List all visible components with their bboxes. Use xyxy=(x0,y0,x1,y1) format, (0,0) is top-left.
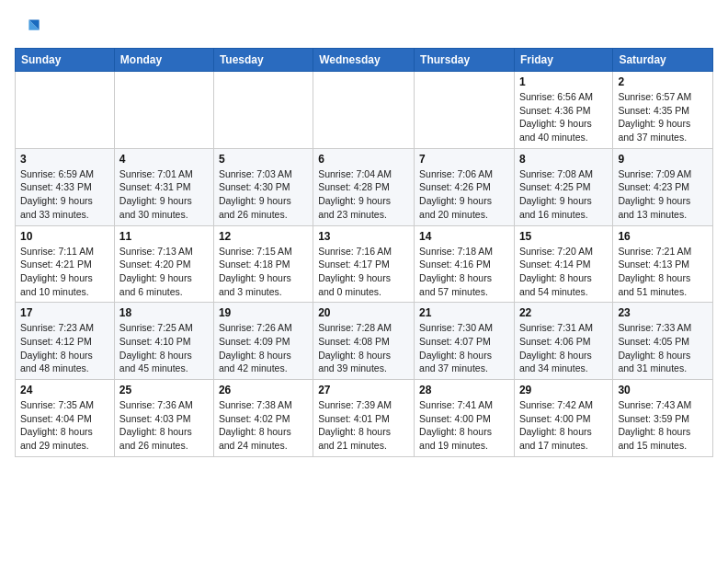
day-info: Sunrise: 7:35 AM Sunset: 4:04 PM Dayligh… xyxy=(20,398,109,453)
calendar-cell: 21Sunrise: 7:30 AM Sunset: 4:07 PM Dayli… xyxy=(415,303,515,380)
day-number: 18 xyxy=(119,306,209,319)
calendar-week-3: 10Sunrise: 7:11 AM Sunset: 4:21 PM Dayli… xyxy=(16,225,713,303)
calendar-cell: 15Sunrise: 7:20 AM Sunset: 4:14 PM Dayli… xyxy=(514,225,612,303)
day-number: 15 xyxy=(519,230,608,243)
day-info: Sunrise: 6:57 AM Sunset: 4:35 PM Dayligh… xyxy=(618,90,708,144)
day-info: Sunrise: 7:20 AM Sunset: 4:14 PM Dayligh… xyxy=(519,245,608,299)
day-info: Sunrise: 7:31 AM Sunset: 4:06 PM Dayligh… xyxy=(519,321,608,375)
day-info: Sunrise: 7:16 AM Sunset: 4:17 PM Dayligh… xyxy=(318,245,409,299)
day-info: Sunrise: 7:38 AM Sunset: 4:02 PM Dayligh… xyxy=(219,398,308,453)
day-info: Sunrise: 7:25 AM Sunset: 4:10 PM Dayligh… xyxy=(119,321,209,375)
day-info: Sunrise: 7:15 AM Sunset: 4:18 PM Dayligh… xyxy=(219,245,308,299)
day-number: 7 xyxy=(419,153,509,166)
calendar-cell: 16Sunrise: 7:21 AM Sunset: 4:13 PM Dayli… xyxy=(613,225,713,303)
calendar-cell: 2Sunrise: 6:57 AM Sunset: 4:35 PM Daylig… xyxy=(613,72,713,149)
day-number: 11 xyxy=(119,230,209,243)
calendar-cell: 5Sunrise: 7:03 AM Sunset: 4:30 PM Daylig… xyxy=(213,148,313,225)
calendar-cell: 12Sunrise: 7:15 AM Sunset: 4:18 PM Dayli… xyxy=(213,225,313,303)
day-info: Sunrise: 7:18 AM Sunset: 4:16 PM Dayligh… xyxy=(419,245,509,299)
day-number: 27 xyxy=(318,384,409,396)
day-info: Sunrise: 7:30 AM Sunset: 4:07 PM Dayligh… xyxy=(419,321,509,375)
day-number: 8 xyxy=(519,153,608,166)
calendar-cell xyxy=(114,72,213,149)
day-number: 24 xyxy=(20,384,109,396)
calendar-cell: 6Sunrise: 7:04 AM Sunset: 4:28 PM Daylig… xyxy=(313,148,415,225)
calendar-cell: 18Sunrise: 7:25 AM Sunset: 4:10 PM Dayli… xyxy=(114,303,213,380)
day-info: Sunrise: 7:26 AM Sunset: 4:09 PM Dayligh… xyxy=(219,321,308,375)
day-number: 21 xyxy=(419,306,509,319)
day-number: 30 xyxy=(618,384,708,396)
day-info: Sunrise: 6:56 AM Sunset: 4:36 PM Dayligh… xyxy=(519,90,608,144)
calendar-table: SundayMondayTuesdayWednesdayThursdayFrid… xyxy=(15,48,713,457)
calendar-cell: 7Sunrise: 7:06 AM Sunset: 4:26 PM Daylig… xyxy=(415,148,515,225)
header-saturday: Saturday xyxy=(613,49,713,72)
logo-icon xyxy=(15,15,40,40)
day-number: 28 xyxy=(419,384,509,396)
calendar-cell: 30Sunrise: 7:43 AM Sunset: 3:59 PM Dayli… xyxy=(613,380,713,457)
day-number: 26 xyxy=(219,384,308,396)
day-info: Sunrise: 7:09 AM Sunset: 4:23 PM Dayligh… xyxy=(618,167,708,222)
day-info: Sunrise: 7:11 AM Sunset: 4:21 PM Dayligh… xyxy=(20,245,109,299)
header-monday: Monday xyxy=(114,49,213,72)
day-number: 17 xyxy=(20,306,109,319)
day-info: Sunrise: 7:43 AM Sunset: 3:59 PM Dayligh… xyxy=(618,398,708,453)
day-number: 5 xyxy=(219,153,308,166)
calendar-cell xyxy=(415,72,515,149)
calendar-cell: 9Sunrise: 7:09 AM Sunset: 4:23 PM Daylig… xyxy=(613,148,713,225)
day-number: 4 xyxy=(119,153,209,166)
day-number: 12 xyxy=(219,230,308,243)
day-number: 2 xyxy=(618,75,708,88)
calendar-cell: 17Sunrise: 7:23 AM Sunset: 4:12 PM Dayli… xyxy=(16,303,115,380)
day-number: 14 xyxy=(419,230,509,243)
day-number: 1 xyxy=(519,75,608,88)
page-header xyxy=(15,15,713,40)
day-number: 13 xyxy=(318,230,409,243)
day-number: 25 xyxy=(119,384,209,396)
calendar-cell: 8Sunrise: 7:08 AM Sunset: 4:25 PM Daylig… xyxy=(514,148,612,225)
day-number: 29 xyxy=(519,384,608,396)
calendar-cell: 3Sunrise: 6:59 AM Sunset: 4:33 PM Daylig… xyxy=(16,148,115,225)
logo xyxy=(15,15,44,40)
calendar-cell xyxy=(16,72,115,149)
day-number: 6 xyxy=(318,153,409,166)
calendar-cell: 13Sunrise: 7:16 AM Sunset: 4:17 PM Dayli… xyxy=(313,225,415,303)
day-info: Sunrise: 7:23 AM Sunset: 4:12 PM Dayligh… xyxy=(20,321,109,375)
header-friday: Friday xyxy=(514,49,612,72)
calendar-week-5: 24Sunrise: 7:35 AM Sunset: 4:04 PM Dayli… xyxy=(16,380,713,457)
calendar-cell xyxy=(213,72,313,149)
calendar-cell: 11Sunrise: 7:13 AM Sunset: 4:20 PM Dayli… xyxy=(114,225,213,303)
day-info: Sunrise: 7:06 AM Sunset: 4:26 PM Dayligh… xyxy=(419,167,509,222)
day-info: Sunrise: 7:04 AM Sunset: 4:28 PM Dayligh… xyxy=(318,167,409,222)
header-tuesday: Tuesday xyxy=(213,49,313,72)
day-number: 20 xyxy=(318,306,409,319)
calendar-cell: 28Sunrise: 7:41 AM Sunset: 4:00 PM Dayli… xyxy=(415,380,515,457)
calendar-cell: 20Sunrise: 7:28 AM Sunset: 4:08 PM Dayli… xyxy=(313,303,415,380)
calendar-cell: 22Sunrise: 7:31 AM Sunset: 4:06 PM Dayli… xyxy=(514,303,612,380)
calendar-week-4: 17Sunrise: 7:23 AM Sunset: 4:12 PM Dayli… xyxy=(16,303,713,380)
day-info: Sunrise: 7:13 AM Sunset: 4:20 PM Dayligh… xyxy=(119,245,209,299)
header-thursday: Thursday xyxy=(415,49,515,72)
day-info: Sunrise: 7:42 AM Sunset: 4:00 PM Dayligh… xyxy=(519,398,608,453)
header-wednesday: Wednesday xyxy=(313,49,415,72)
header-sunday: Sunday xyxy=(16,49,115,72)
day-number: 23 xyxy=(618,306,708,319)
day-number: 19 xyxy=(219,306,308,319)
calendar-cell: 23Sunrise: 7:33 AM Sunset: 4:05 PM Dayli… xyxy=(613,303,713,380)
day-info: Sunrise: 7:03 AM Sunset: 4:30 PM Dayligh… xyxy=(219,167,308,222)
day-number: 22 xyxy=(519,306,608,319)
calendar-cell: 26Sunrise: 7:38 AM Sunset: 4:02 PM Dayli… xyxy=(213,380,313,457)
day-info: Sunrise: 7:08 AM Sunset: 4:25 PM Dayligh… xyxy=(519,167,608,222)
day-number: 16 xyxy=(618,230,708,243)
day-info: Sunrise: 7:21 AM Sunset: 4:13 PM Dayligh… xyxy=(618,245,708,299)
calendar-cell: 25Sunrise: 7:36 AM Sunset: 4:03 PM Dayli… xyxy=(114,380,213,457)
day-info: Sunrise: 7:39 AM Sunset: 4:01 PM Dayligh… xyxy=(318,398,409,453)
day-number: 9 xyxy=(618,153,708,166)
calendar-cell: 27Sunrise: 7:39 AM Sunset: 4:01 PM Dayli… xyxy=(313,380,415,457)
calendar-week-2: 3Sunrise: 6:59 AM Sunset: 4:33 PM Daylig… xyxy=(16,148,713,225)
day-info: Sunrise: 7:33 AM Sunset: 4:05 PM Dayligh… xyxy=(618,321,708,375)
day-number: 10 xyxy=(20,230,109,243)
calendar-cell: 29Sunrise: 7:42 AM Sunset: 4:00 PM Dayli… xyxy=(514,380,612,457)
calendar-cell: 10Sunrise: 7:11 AM Sunset: 4:21 PM Dayli… xyxy=(16,225,115,303)
calendar-cell: 19Sunrise: 7:26 AM Sunset: 4:09 PM Dayli… xyxy=(213,303,313,380)
calendar-cell: 1Sunrise: 6:56 AM Sunset: 4:36 PM Daylig… xyxy=(514,72,612,149)
